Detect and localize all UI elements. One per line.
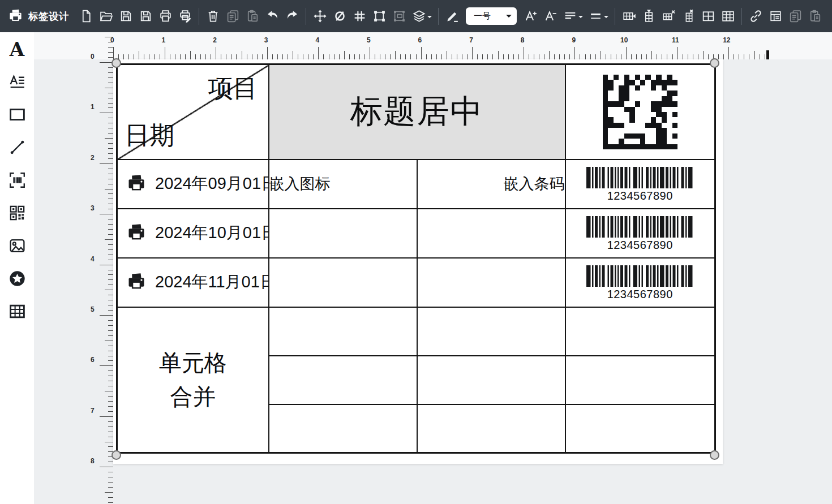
- ruler-tick: [108, 274, 113, 275]
- cell-empty[interactable]: [565, 307, 715, 356]
- selection-handle-top-left[interactable]: [111, 58, 121, 68]
- tool-text[interactable]: A: [7, 38, 28, 59]
- open-file-button[interactable]: [97, 7, 115, 26]
- ruler-tick: [221, 54, 221, 59]
- edit-pen-button[interactable]: [443, 7, 461, 26]
- move-button[interactable]: [311, 7, 329, 26]
- ruler-tick: [282, 54, 283, 59]
- ruler-tick: [190, 51, 191, 59]
- redo-button[interactable]: [283, 7, 301, 26]
- cell-datamatrix[interactable]: [565, 64, 715, 160]
- paste-button[interactable]: [243, 7, 261, 26]
- merged-cell-line1: 单元格: [118, 346, 268, 380]
- undo-button[interactable]: [263, 7, 281, 26]
- tool-qrcode[interactable]: [7, 203, 28, 223]
- cell-date[interactable]: 2024年10月01日: [117, 209, 269, 258]
- ruler-tick: [590, 54, 591, 59]
- ruler-tick: [513, 54, 514, 59]
- ruler-tick: [651, 51, 652, 59]
- cell-empty[interactable]: [269, 258, 417, 307]
- cell-empty[interactable]: [417, 258, 565, 307]
- cell-empty[interactable]: [417, 404, 565, 453]
- tool-image[interactable]: [7, 235, 28, 256]
- ruler-tick: [170, 54, 170, 59]
- cell-empty[interactable]: [417, 209, 565, 258]
- insert-column-button[interactable]: [640, 7, 658, 26]
- selection-handle-top-right[interactable]: [710, 58, 719, 68]
- ruler-tick: [549, 51, 550, 59]
- delete-row-button[interactable]: [659, 7, 677, 26]
- group-select-button[interactable]: [390, 7, 408, 26]
- cell-barcode[interactable]: 1234567890: [565, 258, 715, 307]
- ruler-tick: [765, 54, 765, 59]
- split-cells-button[interactable]: [719, 7, 737, 26]
- table-properties-button[interactable]: [766, 7, 784, 26]
- cell-empty[interactable]: [269, 356, 417, 404]
- cell-barcode[interactable]: 1234567890: [565, 209, 715, 258]
- selection-handle-bottom-left[interactable]: [111, 450, 121, 460]
- ruler-tick: [185, 54, 186, 59]
- ruler-tick: [277, 54, 278, 59]
- tool-text-block[interactable]: [7, 71, 28, 92]
- cell-barcode[interactable]: 1234567890: [565, 160, 715, 209]
- ruler-tick: [216, 47, 216, 59]
- date-text: 2024年10月01日: [155, 222, 269, 244]
- ruler-tick: [621, 54, 621, 59]
- print-button[interactable]: [156, 7, 174, 26]
- text-align-button[interactable]: [561, 7, 585, 26]
- copy-button[interactable]: [224, 7, 242, 26]
- new-file-button[interactable]: [77, 7, 95, 26]
- paste-object-button[interactable]: [806, 7, 824, 26]
- cell-empty[interactable]: [565, 404, 715, 453]
- ruler-tick: [457, 54, 457, 59]
- ruler-tick: [734, 54, 734, 59]
- cell-empty[interactable]: [417, 356, 565, 404]
- cell-empty[interactable]: [417, 307, 565, 356]
- selection-handle-bottom-right[interactable]: [710, 450, 719, 460]
- cell-embed-icon-label[interactable]: 嵌入图标: [269, 160, 417, 209]
- delete-column-button[interactable]: [679, 7, 697, 26]
- font-size-select[interactable]: 一号: [466, 7, 517, 25]
- ruler-tick: [108, 351, 113, 351]
- app-logo: 标签设计: [8, 8, 69, 24]
- delete-button[interactable]: [204, 7, 222, 26]
- cell-empty[interactable]: [269, 404, 417, 453]
- cell-title[interactable]: 标题居中: [269, 64, 565, 160]
- line-style-button[interactable]: [586, 7, 610, 26]
- merge-cells-button[interactable]: [699, 7, 717, 26]
- font-decrease-button[interactable]: [541, 7, 559, 26]
- select-transform-button[interactable]: [370, 7, 388, 26]
- ruler-tick: [616, 54, 616, 59]
- cell-embed-barcode-label[interactable]: 嵌入条码: [417, 160, 565, 209]
- tool-table[interactable]: [7, 301, 28, 322]
- ruler-tick: [105, 492, 113, 493]
- cell-date[interactable]: 2024年11月01日: [117, 258, 269, 307]
- font-increase-button[interactable]: [521, 7, 539, 26]
- print-edit-button[interactable]: [176, 7, 194, 26]
- ruler-tick: [231, 54, 231, 59]
- grid-button[interactable]: [350, 7, 368, 26]
- ruler-tick: [100, 315, 113, 316]
- cell-diagonal-header[interactable]: 项目 日期: [117, 64, 269, 160]
- ruler-tick: [611, 54, 611, 59]
- cell-date[interactable]: 2024年09月01日: [117, 160, 269, 209]
- toggle-visibility-button[interactable]: [331, 7, 349, 26]
- save-button[interactable]: [117, 7, 135, 26]
- copy-object-button[interactable]: [786, 7, 804, 26]
- cell-empty[interactable]: [565, 356, 715, 404]
- save-as-button[interactable]: [136, 7, 155, 26]
- ruler-tick: [760, 54, 760, 59]
- cell-empty[interactable]: [269, 307, 417, 356]
- canvas-area[interactable]: 0123456789101112 012345678 项目 日期 标题居中 20…: [34, 32, 832, 504]
- tool-line[interactable]: [7, 137, 28, 158]
- ruler-tick: [108, 98, 113, 98]
- tool-star[interactable]: [7, 268, 28, 289]
- cell-merged[interactable]: 单元格 合并: [117, 307, 269, 453]
- tool-rectangle[interactable]: [7, 104, 28, 125]
- cell-empty[interactable]: [269, 209, 417, 258]
- design-page[interactable]: 项目 日期 标题居中 2024年09月01日 嵌入图标 嵌入条码 1234567…: [113, 59, 723, 464]
- tool-barcode[interactable]: [7, 170, 28, 191]
- layers-button[interactable]: [410, 7, 434, 26]
- link-button[interactable]: [747, 7, 765, 26]
- insert-row-button[interactable]: [620, 7, 638, 26]
